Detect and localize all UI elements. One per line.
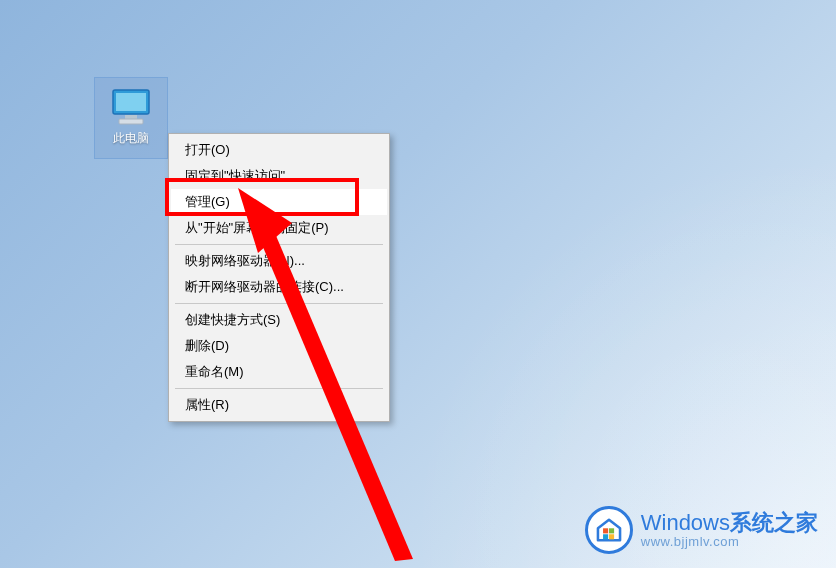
menu-item-rename[interactable]: 重命名(M) [171, 359, 387, 385]
svg-rect-6 [603, 528, 608, 533]
svg-rect-2 [125, 115, 137, 119]
this-pc-icon [107, 86, 155, 128]
menu-separator [175, 388, 383, 389]
svg-rect-8 [603, 534, 608, 539]
svg-rect-1 [116, 93, 146, 111]
menu-item-map-network-drive[interactable]: 映射网络驱动器(N)... [171, 248, 387, 274]
menu-item-unpin-start[interactable]: 从"开始"屏幕取消固定(P) [171, 215, 387, 241]
desktop-icon-this-pc[interactable]: 此电脑 [95, 78, 167, 158]
watermark-brand: Windows [641, 510, 730, 535]
menu-separator [175, 303, 383, 304]
watermark-subtitle: www.bjjmlv.com [641, 535, 818, 549]
watermark-title: Windows系统之家 [641, 511, 818, 535]
watermark-suffix: 系统之家 [730, 510, 818, 535]
watermark-logo-icon [585, 506, 633, 554]
menu-item-create-shortcut[interactable]: 创建快捷方式(S) [171, 307, 387, 333]
menu-item-manage[interactable]: 管理(G) [171, 189, 387, 215]
menu-item-disconnect-network-drive[interactable]: 断开网络驱动器的连接(C)... [171, 274, 387, 300]
svg-rect-9 [609, 534, 614, 539]
desktop-icon-label: 此电脑 [95, 130, 167, 147]
menu-item-properties[interactable]: 属性(R) [171, 392, 387, 418]
context-menu: 打开(O) 固定到"快速访问" 管理(G) 从"开始"屏幕取消固定(P) 映射网… [168, 133, 390, 422]
menu-separator [175, 244, 383, 245]
watermark: Windows系统之家 www.bjjmlv.com [585, 506, 818, 554]
menu-item-pin-quick-access[interactable]: 固定到"快速访问" [171, 163, 387, 189]
menu-item-open[interactable]: 打开(O) [171, 137, 387, 163]
svg-rect-7 [609, 528, 614, 533]
menu-item-delete[interactable]: 删除(D) [171, 333, 387, 359]
svg-rect-3 [119, 119, 143, 124]
